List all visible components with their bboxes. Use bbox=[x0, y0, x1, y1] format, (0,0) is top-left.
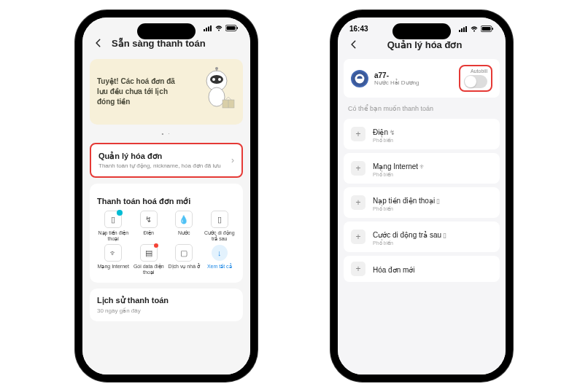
grid-item-all[interactable]: ↓ Xem tất cả bbox=[204, 244, 236, 275]
list-sub: Phổ biến bbox=[373, 240, 446, 246]
svg-point-11 bbox=[218, 78, 221, 81]
account-row: a77- Nước Hải Dương Autobill bbox=[344, 59, 500, 98]
list-item-electric[interactable]: + Điện↯ Phổ biến bbox=[344, 119, 500, 149]
grid-item-home[interactable]: ▢ Dịch vụ nhà ở bbox=[168, 244, 201, 275]
avatar bbox=[351, 70, 368, 87]
home-service-icon: ▢ bbox=[175, 244, 193, 262]
svg-point-21 bbox=[473, 30, 475, 31]
svg-rect-20 bbox=[465, 26, 467, 32]
notch bbox=[392, 23, 451, 39]
svg-rect-0 bbox=[204, 29, 205, 31]
list-title: Nạp tiền điện thoại bbox=[373, 197, 435, 205]
plus-icon: + bbox=[351, 262, 365, 276]
svg-rect-19 bbox=[463, 27, 465, 32]
wifi-icon bbox=[214, 26, 223, 31]
list-title: Cước di động trả sau bbox=[373, 231, 441, 239]
svg-point-14 bbox=[209, 87, 225, 106]
list-item-topup[interactable]: + Nạp tiền điện thoại▯ Phổ biến bbox=[344, 187, 500, 218]
autobill-label: Autobill bbox=[464, 68, 487, 74]
wifi-icon: ᯤ bbox=[419, 163, 426, 170]
history-sub: 30 ngày gần đây bbox=[97, 307, 236, 314]
list-item-internet[interactable]: + Mạng Internetᯤ Phổ biến bbox=[344, 153, 500, 184]
signal-icon bbox=[204, 26, 212, 31]
back-button[interactable] bbox=[91, 36, 106, 50]
svg-rect-24 bbox=[492, 28, 494, 30]
list-sub: Phổ biến bbox=[373, 172, 426, 178]
back-button[interactable] bbox=[347, 37, 361, 52]
account-name: a77- bbox=[374, 71, 419, 79]
grid-item-data[interactable]: ▤ Gói data điện thoại bbox=[133, 244, 166, 275]
svg-rect-23 bbox=[482, 27, 491, 31]
grid-label: Nạp tiền điện thoại bbox=[97, 230, 130, 241]
plus-icon: + bbox=[351, 195, 365, 210]
phone-icon: ▯ bbox=[436, 197, 440, 205]
plus-icon: + bbox=[351, 161, 365, 176]
svg-point-9 bbox=[210, 75, 223, 84]
manage-title: Quản lý hóa đơn bbox=[98, 152, 221, 161]
grid-label: Cước di động trả sau bbox=[204, 230, 236, 241]
grid-item-water[interactable]: 💧 Nước bbox=[168, 211, 201, 241]
grid-label: Xem tất cả bbox=[207, 264, 232, 270]
wifi-icon bbox=[470, 26, 479, 32]
grid-item-electric[interactable]: ↯ Điện bbox=[133, 211, 166, 241]
svg-point-12 bbox=[215, 67, 218, 70]
bill-category-grid: ▯ Nạp tiền điện thoại ↯ Điện 💧 Nước ▯ Cư… bbox=[97, 211, 236, 275]
svg-rect-18 bbox=[461, 28, 463, 32]
battery-icon bbox=[225, 25, 239, 31]
toggle-knob bbox=[465, 76, 476, 87]
grid-label: Dịch vụ nhà ở bbox=[169, 264, 200, 270]
svg-rect-6 bbox=[227, 26, 236, 30]
phone-right: 16:43 Quản lý hóa đơn a77- Nước Hải Dươn… bbox=[330, 10, 513, 382]
new-bill-title: Thanh toán hoá đơn mới bbox=[97, 197, 236, 206]
mobile-icon: ▯ bbox=[443, 232, 446, 239]
sim-data-icon: ▤ bbox=[140, 244, 158, 262]
grid-item-postpaid[interactable]: ▯ Cước di động trả sau bbox=[204, 211, 236, 241]
suggestion-hint: Có thể bạn muốn thanh toán bbox=[338, 102, 506, 115]
new-bill-card: Thanh toán hoá đơn mới ▯ Nạp tiền điện t… bbox=[90, 184, 243, 283]
electric-icon: ↯ bbox=[140, 211, 158, 228]
list-item-new-bill[interactable]: + Hóa đơn mới bbox=[344, 256, 500, 282]
autobill-section: Autobill bbox=[459, 65, 492, 92]
plus-icon: + bbox=[351, 127, 365, 141]
grid-label: Nước bbox=[178, 230, 190, 236]
list-sub: Phổ biến bbox=[373, 138, 395, 144]
water-icon: 💧 bbox=[175, 211, 193, 228]
grid-label: Mạng Internet bbox=[98, 264, 129, 270]
svg-rect-3 bbox=[210, 26, 212, 31]
manage-sub: Thanh toán tự động, nickname, hóa đơn đã… bbox=[98, 162, 221, 169]
svg-rect-1 bbox=[206, 28, 207, 31]
electric-icon: ↯ bbox=[390, 129, 395, 136]
badge-new bbox=[117, 210, 123, 216]
list-title: Hóa đơn mới bbox=[373, 266, 415, 274]
svg-point-4 bbox=[218, 29, 220, 31]
page-title: Quản lý hóa đơn bbox=[367, 39, 482, 50]
manage-invoice-card[interactable]: Quản lý hóa đơn Thanh toán tự động, nick… bbox=[90, 143, 243, 178]
badge-hot bbox=[154, 243, 158, 248]
svg-rect-2 bbox=[208, 26, 209, 31]
view-all-icon: ↓ bbox=[211, 244, 228, 262]
svg-rect-17 bbox=[459, 30, 460, 32]
wifi-icon: ᯤ bbox=[104, 244, 122, 262]
phone-left: Sẵn sàng thanh toán Tuyệt! Các hoá đơn đ… bbox=[75, 10, 258, 382]
grid-item-topup[interactable]: ▯ Nạp tiền điện thoại bbox=[97, 211, 130, 241]
hero-card: Tuyệt! Các hoá đơn đã lưu đều chưa tới l… bbox=[90, 59, 243, 125]
history-card[interactable]: Lịch sử thanh toán 30 ngày gần đây bbox=[90, 289, 243, 321]
plus-icon: + bbox=[351, 230, 365, 244]
list-title: Mạng Internet bbox=[373, 162, 418, 170]
screen-left: Sẵn sàng thanh toán Tuyệt! Các hoá đơn đ… bbox=[82, 17, 250, 375]
grid-label: Điện bbox=[143, 230, 154, 236]
grid-item-internet[interactable]: ᯤ Mạng Internet bbox=[97, 244, 130, 275]
notch bbox=[137, 23, 196, 39]
hero-mascot-image bbox=[195, 65, 239, 116]
phone-topup-icon: ▯ bbox=[104, 211, 122, 228]
hero-text: Tuyệt! Các hoá đơn đã lưu đều chưa tới l… bbox=[97, 77, 177, 107]
mobile-postpaid-icon: ▯ bbox=[211, 211, 228, 228]
screen-right: 16:43 Quản lý hóa đơn a77- Nước Hải Dươn… bbox=[338, 17, 506, 375]
autobill-toggle[interactable] bbox=[464, 75, 487, 88]
battery-icon bbox=[481, 26, 494, 32]
list-item-postpaid[interactable]: + Cước di động trả sau▯ Phổ biến bbox=[344, 222, 500, 252]
list-sub: Phổ biến bbox=[373, 206, 440, 212]
svg-rect-7 bbox=[237, 27, 239, 29]
svg-point-10 bbox=[212, 78, 215, 81]
signal-icon bbox=[459, 26, 468, 32]
